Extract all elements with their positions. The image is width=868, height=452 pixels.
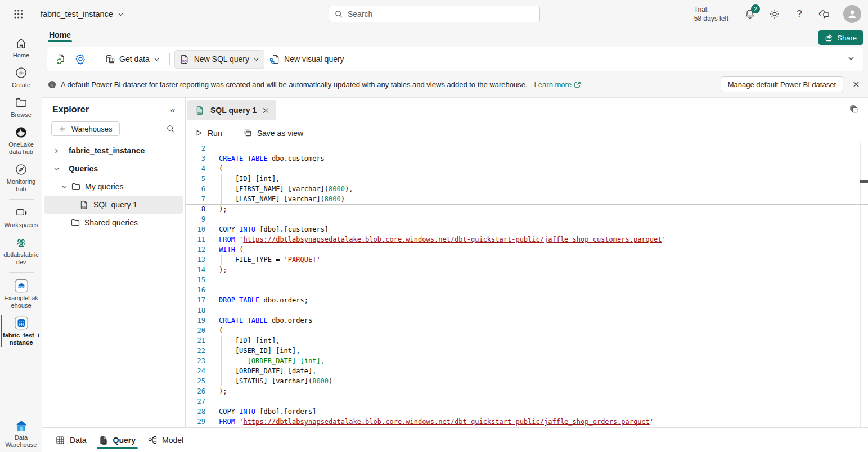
workspace-switcher[interactable]: fabric_test_instance [41, 10, 124, 19]
code-line-4[interactable]: 4( [186, 164, 868, 174]
rail-item-onelake-data-hub[interactable]: OneLake data hub [0, 122, 42, 159]
code-line-20[interactable]: 20( [186, 326, 868, 336]
save-as-view-button[interactable]: Save as view [244, 129, 303, 138]
explorer-panel: Explorer « Warehouses fabric_test_instan… [42, 98, 186, 427]
new-warehouse-button[interactable]: Warehouses [51, 121, 120, 136]
gear-icon [769, 8, 780, 20]
tree-item-shared-queries[interactable]: Shared queries [44, 214, 183, 232]
app-launcher-icon[interactable] [14, 8, 25, 20]
tab-sql-query-1[interactable]: SQL SQL query 1 [187, 100, 276, 120]
tab-data[interactable]: Data [53, 430, 89, 450]
code-line-10[interactable]: 10COPY INTO [dbo].[customers] [186, 224, 868, 234]
chevron-down-icon [154, 56, 160, 62]
toolbar-divider [95, 53, 95, 65]
rail-item-fabric-test-instance[interactable]: fabric_test_instance [0, 313, 42, 350]
help-button[interactable]: ? [794, 8, 805, 20]
code-text: [ORDER_DATE] [date], [205, 366, 316, 376]
collapse-ribbon-button[interactable] [847, 55, 855, 62]
line-number: 22 [186, 346, 205, 356]
toolbar-divider [169, 53, 170, 65]
rail-divider [9, 272, 34, 273]
refresh-button[interactable] [52, 49, 71, 69]
tree-item-sql-query-1[interactable]: SQL SQL query 1 [44, 196, 183, 214]
get-data-button[interactable]: Get data [100, 50, 165, 69]
feedback-button[interactable] [818, 8, 830, 20]
code-line-8[interactable]: 8); [186, 204, 868, 214]
rail-item-label: Data Warehouse [3, 434, 40, 449]
sql-editor[interactable]: 23CREATE TABLE dbo.customers4(5 [ID] [in… [186, 143, 868, 427]
line-number: 10 [186, 224, 205, 234]
code-line-19[interactable]: 19CREATE TABLE dbo.orders [186, 315, 868, 326]
onelake-icon [15, 126, 28, 139]
content-area: Explorer « Warehouses fabric_test_instan… [42, 97, 868, 427]
code-line-23[interactable]: 23 -- [ORDER_DATE] [int], [186, 356, 868, 366]
settings-button[interactable] [769, 8, 780, 20]
tab-model[interactable]: Model [146, 430, 186, 450]
search-input[interactable]: Search [329, 6, 540, 22]
code-line-5[interactable]: 5 [ID] [int], [186, 174, 868, 184]
line-number: 25 [186, 376, 205, 386]
tree-item-queries[interactable]: Queries [44, 160, 183, 178]
rail-item-dbtlabsfabricdev[interactable]: dbtlabsfabricdev [0, 232, 42, 269]
code-line-11[interactable]: 11FROM 'https://dbtlabsynapsedatalake.bl… [186, 234, 868, 245]
manage-default-dataset-button[interactable]: Manage default Power BI dataset [721, 76, 843, 92]
run-button[interactable]: Run [195, 129, 222, 138]
code-text: ); [205, 265, 227, 275]
code-line-26[interactable]: 26); [186, 386, 868, 396]
rail-item-data-warehouse[interactable]: Data Warehouse [0, 415, 42, 452]
trial-status: Trial: 58 days left [694, 5, 728, 23]
rail-item-home[interactable]: Home [0, 33, 42, 62]
code-line-22[interactable]: 22 [USER_ID] [int], [186, 346, 868, 356]
code-line-7[interactable]: 7 [LAST_NAME] [varchar](8000) [186, 194, 868, 204]
close-tab-button[interactable] [262, 107, 269, 114]
people-icon [15, 236, 28, 250]
tree-item-my-queries[interactable]: My queries [44, 178, 183, 196]
sql-document-icon: SQL [179, 54, 190, 65]
account-avatar[interactable] [843, 5, 861, 23]
monitoring-icon [15, 163, 28, 177]
code-line-15[interactable]: 15 [186, 275, 868, 285]
new-visual-query-button[interactable]: New visual query [264, 50, 349, 69]
code-line-24[interactable]: 24 [ORDER_DATE] [date], [186, 366, 868, 376]
search-icon[interactable] [167, 125, 175, 133]
rail-item-workspaces[interactable]: Workspaces [0, 202, 42, 232]
duplicate-pane-icon[interactable] [849, 105, 859, 114]
rail-item-browse[interactable]: Browse [0, 92, 42, 122]
tree-item-warehouse[interactable]: fabric_test_instance [44, 142, 183, 160]
code-line-29[interactable]: 29FROM 'https://dbtlabsynapsedatalake.bl… [186, 417, 868, 427]
code-line-16[interactable]: 16 [186, 285, 868, 295]
code-line-28[interactable]: 28COPY INTO [dbo].[orders] [186, 406, 868, 417]
rail-item-create[interactable]: Create [0, 62, 42, 92]
code-text: FROM 'https://dbtlabsynapsedatalake.blob… [205, 417, 654, 427]
code-line-21[interactable]: 21 [ID] [int], [186, 336, 868, 346]
code-line-27[interactable]: 27 [186, 396, 868, 406]
code-line-13[interactable]: 13 FILE_TYPE = 'PARQUET' [186, 255, 868, 265]
tab-home[interactable]: Home [48, 28, 72, 43]
code-text [205, 285, 219, 295]
default-dataset-banner: A default Power BI dataset for faster re… [42, 71, 868, 97]
share-button[interactable]: Share [818, 30, 863, 45]
new-sql-query-button[interactable]: SQL New SQL query [174, 50, 264, 69]
learn-more-link[interactable]: Learn more [534, 80, 581, 89]
code-line-25[interactable]: 25 [STATUS] [varchar](8000) [186, 376, 868, 386]
rail-item-examplelakehouse[interactable]: ExampleLakehouse [0, 275, 42, 313]
code-text: -- [ORDER_DATE] [int], [205, 356, 325, 366]
rail-item-monitoring-hub[interactable]: Monitoring hub [0, 159, 42, 196]
main-area: Home Share [42, 28, 868, 452]
ribbon-toolbar: Get data SQL New SQL query [47, 47, 863, 71]
line-number: 19 [186, 315, 205, 326]
code-line-17[interactable]: 17DROP TABLE dbo.orders; [186, 295, 868, 305]
code-line-2[interactable]: 2 [186, 143, 868, 153]
code-line-18[interactable]: 18 [186, 305, 868, 315]
collapse-explorer-button[interactable]: « [170, 105, 175, 115]
code-line-12[interactable]: 12WITH ( [186, 245, 868, 255]
code-line-9[interactable]: 9 [186, 214, 868, 224]
code-text: ); [205, 386, 227, 396]
banner-close-button[interactable] [850, 78, 862, 91]
code-line-6[interactable]: 6 [FIRST_NAME] [varchar](8000), [186, 184, 868, 194]
notifications-button[interactable]: 2 [744, 8, 755, 20]
tab-query[interactable]: Query [97, 430, 138, 450]
warehouse-settings-button[interactable] [71, 49, 90, 69]
code-line-3[interactable]: 3CREATE TABLE dbo.customers [186, 153, 868, 164]
code-line-14[interactable]: 14); [186, 265, 868, 275]
